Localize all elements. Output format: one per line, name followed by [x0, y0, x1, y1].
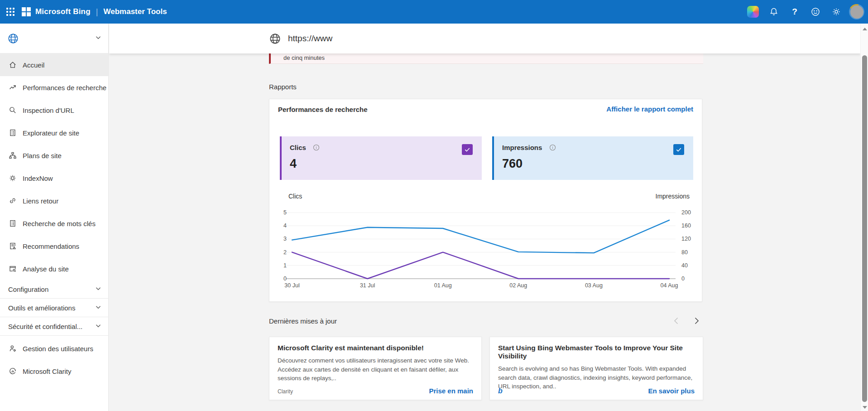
update-title: Start Using Bing Webmaster Tools to Impr… — [498, 344, 695, 360]
info-icon[interactable] — [549, 144, 556, 153]
site-header: https://www — [109, 24, 860, 53]
metric-value: 4 — [290, 157, 474, 171]
section-label: Configuration — [8, 285, 48, 293]
sidebar-section-configuration[interactable]: Configuration — [0, 280, 108, 299]
site-scan-icon — [9, 265, 17, 273]
scroll-down-arrow[interactable] — [863, 406, 867, 409]
svg-text:2: 2 — [283, 249, 287, 256]
avatar — [850, 5, 863, 19]
globe-icon — [269, 33, 281, 45]
alert-banner: de cinq minutes — [269, 53, 703, 64]
feedback-button[interactable] — [807, 4, 824, 20]
scroll-up-arrow[interactable] — [863, 28, 867, 30]
clarity-icon — [9, 367, 17, 375]
metric-value: 760 — [502, 157, 685, 171]
sitemap-icon — [9, 151, 17, 160]
sidebar-item-performances[interactable]: Performances de recherche — [0, 76, 108, 99]
user-gear-icon — [9, 344, 17, 353]
sidebar-item-label: Analyse du site — [23, 265, 69, 273]
svg-text:01 Aug: 01 Aug — [434, 282, 452, 289]
sidebar-item-liens-retour[interactable]: Liens retour — [0, 189, 108, 212]
sidebar-item-gestion-utilisateurs[interactable]: Gestion des utilisateurs — [0, 337, 108, 360]
site-selector[interactable] — [0, 24, 108, 53]
copilot-icon — [747, 6, 759, 18]
update-title: Microsoft Clarity est maintenant disponi… — [278, 344, 473, 352]
brand-divider: | — [96, 7, 98, 17]
svg-text:5: 5 — [283, 209, 287, 216]
search-icon — [9, 106, 17, 114]
info-icon[interactable] — [313, 144, 320, 153]
performance-chart[interactable]: 0123450408012016020030 Jul31 Jul01 Aug02… — [277, 202, 698, 290]
help-button[interactable]: ? — [786, 4, 803, 20]
view-full-report-link[interactable]: Afficher le rapport complet — [606, 105, 693, 113]
clicks-metric-tile[interactable]: Clics 4 — [280, 136, 482, 180]
sidebar-item-label: Liens retour — [23, 197, 58, 205]
notifications-button[interactable] — [766, 4, 782, 20]
right-axis-label: Impressions — [656, 193, 690, 200]
sidebar-item-recommendations[interactable]: Recommendations — [0, 235, 108, 257]
update-body: Découvrez comment vos utilisateurs inter… — [278, 356, 473, 383]
sidebar-nav: Accueil Performances de recherche Inspec… — [0, 53, 108, 280]
svg-text:31 Jul: 31 Jul — [360, 282, 375, 289]
sidebar-item-accueil[interactable]: Accueil — [0, 53, 108, 76]
vertical-scrollbar — [860, 24, 868, 411]
copilot-button[interactable] — [745, 4, 761, 20]
svg-text:0: 0 — [283, 276, 287, 282]
update-footer: b En savoir plus — [498, 387, 695, 395]
document-icon — [9, 129, 17, 137]
sidebar-item-label: Inspection d'URL — [23, 106, 74, 114]
update-card-bing-wmt: Start Using Bing Webmaster Tools to Impr… — [489, 337, 703, 400]
carousel-prev-button[interactable] — [671, 315, 682, 327]
impressions-metric-tile[interactable]: Impressions 760 — [492, 136, 693, 180]
sidebar-item-plans-de-site[interactable]: Plans de site — [0, 144, 108, 167]
bing-logo-icon: b — [498, 387, 503, 395]
chevron-down-icon — [95, 34, 102, 43]
sidebar-section-outils[interactable]: Outils et améliorations — [0, 299, 108, 317]
bell-icon — [769, 7, 779, 17]
sidebar-item-label: Accueil — [23, 61, 44, 69]
svg-text:30 Jul: 30 Jul — [284, 282, 299, 289]
sidebar-item-analyse-du-site[interactable]: Analyse du site — [0, 257, 108, 280]
sidebar-item-explorateur[interactable]: Explorateur de site — [0, 121, 108, 144]
sidebar: Accueil Performances de recherche Inspec… — [0, 24, 109, 411]
sidebar-item-label: Gestion des utilisateurs — [23, 345, 93, 353]
sidebar-item-label: Performances de recherche — [23, 84, 106, 92]
svg-text:160: 160 — [681, 222, 691, 229]
keywords-icon — [9, 219, 17, 227]
updates-section-title: Dernières mises à jour — [269, 317, 337, 325]
carousel-next-button[interactable] — [691, 315, 702, 327]
topbar: Microsoft Bing | Webmaster Tools ? — [0, 0, 868, 24]
svg-text:80: 80 — [681, 249, 688, 256]
smiley-icon — [810, 7, 820, 17]
svg-text:04 Aug: 04 Aug — [661, 282, 678, 289]
sidebar-item-indexnow[interactable]: IndexNow — [0, 167, 108, 189]
chevron-down-icon — [95, 322, 102, 331]
chevron-down-icon — [95, 304, 102, 312]
svg-text:120: 120 — [681, 236, 691, 242]
sidebar-item-microsoft-clarity[interactable]: Microsoft Clarity — [0, 360, 108, 382]
svg-text:200: 200 — [681, 209, 691, 216]
waffle-icon — [6, 8, 14, 16]
product-name: Webmaster Tools — [103, 7, 167, 16]
settings-button[interactable] — [828, 4, 844, 20]
help-icon: ? — [792, 7, 797, 17]
recommendations-icon — [9, 242, 17, 250]
learn-more-link[interactable]: En savoir plus — [648, 387, 695, 395]
alert-text: de cinq minutes — [271, 53, 703, 61]
clicks-checkbox[interactable] — [462, 144, 473, 155]
svg-text:02 Aug: 02 Aug — [509, 282, 527, 289]
account-button[interactable] — [849, 4, 864, 19]
globe-icon — [7, 33, 19, 44]
scrollbar-thumb[interactable] — [862, 55, 867, 402]
svg-text:4: 4 — [283, 222, 287, 229]
sidebar-item-inspection-url[interactable]: Inspection d'URL — [0, 99, 108, 121]
impressions-checkbox[interactable] — [673, 144, 684, 155]
sidebar-section-securite[interactable]: Sécurité et confidential... — [0, 317, 108, 336]
sidebar-item-label: Microsoft Clarity — [23, 367, 72, 375]
metric-label: Impressions — [502, 144, 542, 151]
app-launcher-button[interactable] — [0, 0, 21, 24]
svg-text:1: 1 — [283, 262, 287, 269]
site-url: https://www — [288, 34, 332, 44]
get-started-link[interactable]: Prise en main — [429, 387, 473, 395]
sidebar-item-mots-cles[interactable]: Recherche de mots clés — [0, 212, 108, 235]
